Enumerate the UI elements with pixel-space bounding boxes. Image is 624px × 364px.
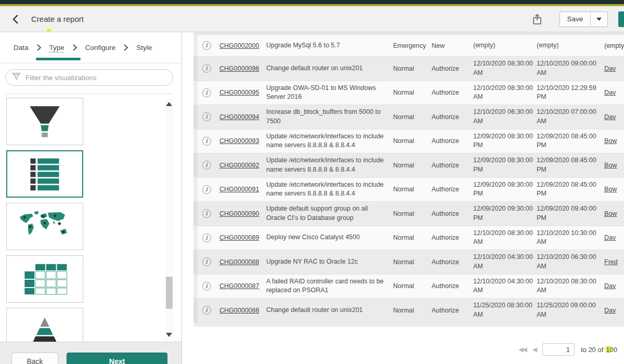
save-button[interactable]: Save <box>560 12 590 27</box>
change-number-link[interactable]: CHG0000087 <box>219 282 259 290</box>
info-icon[interactable] <box>202 161 211 170</box>
change-number-link[interactable]: CHG0000090 <box>219 210 259 217</box>
table-row: CHG0000093 Update /etc/network/interface… <box>193 129 624 154</box>
breadcrumb-step[interactable]: Style <box>136 44 152 51</box>
viz-thumbnail-map[interactable] <box>6 203 83 250</box>
assigned-to-link[interactable]: Dav <box>604 307 616 314</box>
chevron-right-icon <box>72 44 77 51</box>
funnel-chart-icon <box>20 103 70 140</box>
breadcrumb-step[interactable]: Type <box>49 44 77 51</box>
priority-cell: Normal <box>393 162 432 169</box>
pivot-table-icon <box>20 262 70 296</box>
table-row: CHG0000088 Upgrade NY RAC to Oracle 12c … <box>193 250 624 275</box>
state-cell: Authorize <box>432 210 473 217</box>
info-icon[interactable] <box>202 64 211 73</box>
change-number-link[interactable]: CHG0000094 <box>219 113 259 121</box>
info-icon[interactable] <box>202 282 211 291</box>
assigned-to-link[interactable]: Dav <box>604 282 616 290</box>
short-description: Change default router on unix201 <box>266 306 393 315</box>
planned-start-cell: 12/10/2020 08:30:00 AM <box>473 229 537 248</box>
short-description: Upgrade NY RAC to Oracle 12c <box>266 257 393 267</box>
priority-cell: Normal <box>393 113 432 121</box>
back-chevron-icon[interactable] <box>11 14 21 25</box>
state-cell: Authorize <box>432 137 473 145</box>
assigned-to-link[interactable]: Dav <box>604 234 616 241</box>
total-rows-text: 100 <box>605 345 618 355</box>
info-icon[interactable] <box>202 41 211 50</box>
table-row: CHG0000092 Update /etc/network/interface… <box>193 153 624 178</box>
share-icon[interactable] <box>531 13 543 25</box>
first-page-icon[interactable]: ◀◀ <box>518 346 526 353</box>
priority-cell: Normal <box>393 282 432 290</box>
assigned-to-link[interactable]: Fred <box>604 258 618 266</box>
panel-scrollbar[interactable] <box>165 99 173 340</box>
info-icon[interactable] <box>202 209 211 218</box>
info-icon[interactable] <box>202 185 211 194</box>
breadcrumb-step[interactable]: Data <box>14 44 42 51</box>
table-rows: CHG0002000 Upgrade MySql 5.6 to 5.7 Emer… <box>193 35 624 323</box>
back-button[interactable]: Back <box>11 353 58 364</box>
info-icon[interactable] <box>202 233 211 242</box>
info-icon[interactable] <box>202 137 211 146</box>
assigned-to-link[interactable]: Bow <box>604 162 617 169</box>
change-number-link[interactable]: CHG0000092 <box>219 162 259 169</box>
assigned-to-link[interactable]: (empty) <box>604 42 624 49</box>
viz-thumbnail-table[interactable] <box>6 255 83 303</box>
planned-end-cell: 12/10/2020 06:30:00 AM <box>537 253 601 271</box>
priority-cell: Normal <box>393 65 432 72</box>
change-number-link[interactable]: CHG0000093 <box>219 137 259 145</box>
assigned-to-link[interactable]: Dav <box>604 113 616 121</box>
change-number-link[interactable]: CHG0000096 <box>219 65 259 72</box>
planned-start-cell: 12/09/2020 08:30:00 PM <box>473 132 537 151</box>
viz-thumbnail-list[interactable] <box>6 150 83 198</box>
planned-start-cell: 12/10/2020 04:30:00 AM <box>473 277 537 296</box>
priority-cell: Normal <box>393 137 432 145</box>
change-number-link[interactable]: CHG0002000 <box>219 42 259 49</box>
assigned-to-link[interactable]: Dav <box>604 89 616 96</box>
info-icon[interactable] <box>202 88 211 97</box>
change-number-link[interactable]: CHG0000089 <box>219 234 259 241</box>
change-number-link[interactable]: CHG0000086 <box>219 307 259 314</box>
assigned-to-link[interactable]: Bow <box>604 210 617 217</box>
info-icon[interactable] <box>202 112 211 121</box>
breadcrumb-step[interactable]: Configure <box>85 44 129 51</box>
page-title: Create a report <box>31 15 84 23</box>
priority-cell: Normal <box>393 210 432 217</box>
previous-page-icon[interactable]: ◀ <box>532 346 536 353</box>
short-description: Change default router on unix201 <box>266 64 393 73</box>
chevron-right-icon <box>36 44 42 51</box>
assigned-to-link[interactable]: Bow <box>604 186 617 193</box>
table-row: CHG0000091 Update /etc/network/interface… <box>193 178 624 202</box>
viz-thumbnail-funnel[interactable] <box>6 98 83 145</box>
assigned-to-link[interactable]: Dav <box>604 65 616 72</box>
world-map-icon <box>15 210 75 244</box>
run-button-partial[interactable] <box>618 11 624 27</box>
filter-input[interactable] <box>25 74 166 82</box>
planned-end-cell: 12/10/2020 08:30:00 AM <box>537 277 601 296</box>
change-number-link[interactable]: CHG0000088 <box>219 258 259 266</box>
planned-end-cell: 12/09/2020 08:45:00 PM <box>537 156 601 175</box>
save-dropdown-button[interactable] <box>590 12 607 27</box>
table-row: CHG0000086 Change default router on unix… <box>193 298 624 323</box>
page-number-input[interactable] <box>542 343 575 356</box>
scrollbar-thumb[interactable] <box>166 277 173 309</box>
state-cell: Authorize <box>432 65 473 72</box>
scroll-down-arrow-icon[interactable] <box>166 333 172 337</box>
assigned-to-link[interactable]: Bow <box>604 137 617 145</box>
info-icon[interactable] <box>202 306 211 315</box>
change-number-link[interactable]: CHG0000091 <box>219 186 259 193</box>
info-icon[interactable] <box>202 257 211 266</box>
planned-end-cell: 11/25/2020 09:00:00 AM <box>537 301 601 320</box>
priority-cell: Normal <box>393 258 432 266</box>
visualization-filter[interactable] <box>5 69 173 86</box>
change-number-link[interactable]: CHG0000095 <box>219 89 259 96</box>
planned-start-cell: 12/09/2020 09:30:00 PM <box>473 204 537 223</box>
wizard-footer: Back Next <box>0 342 181 364</box>
viz-thumbnail-pyramid[interactable] <box>6 308 83 342</box>
short-description: Update /etc/network/interfaces to includ… <box>266 132 393 151</box>
change-request-table: CHG0002000 Upgrade MySql 5.6 to 5.7 Emer… <box>193 32 624 327</box>
scroll-up-arrow-icon[interactable] <box>166 102 172 106</box>
planned-end-cell: 12/09/2020 09:40:00 PM <box>537 204 601 223</box>
planned-end-cell: 12/10/2020 09:00:00 AM <box>537 59 601 78</box>
next-button[interactable]: Next <box>67 353 167 364</box>
